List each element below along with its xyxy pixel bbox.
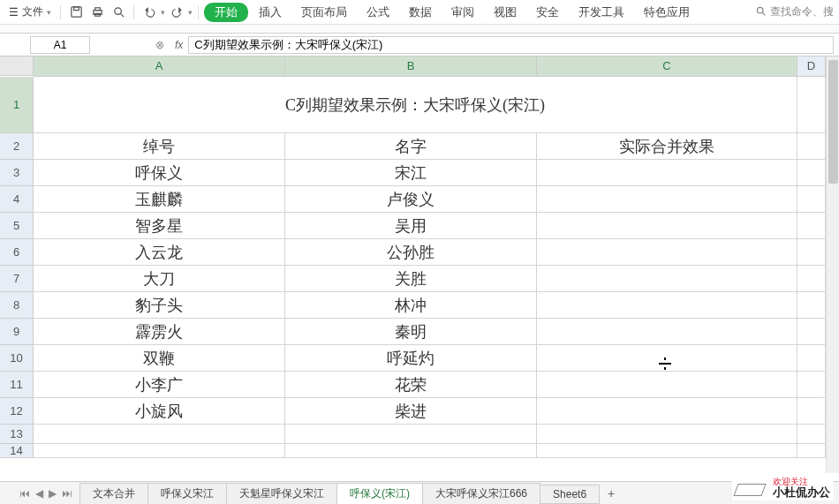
cell-d5[interactable] <box>797 213 826 239</box>
row-header-12[interactable]: 12 <box>0 398 34 425</box>
cell-c8[interactable] <box>537 292 797 319</box>
row-header-2[interactable]: 2 <box>0 133 34 160</box>
sheet-tab-0[interactable]: 文本合并 <box>79 483 148 504</box>
sheet-tab-1[interactable]: 呼保义宋江 <box>147 483 227 504</box>
sheet-nav-next-icon[interactable]: ▶ <box>47 487 58 500</box>
undo-dropdown-icon[interactable]: ▾ <box>161 8 165 17</box>
cell-b7[interactable]: 关胜 <box>285 266 537 292</box>
scrollbar-thumb[interactable] <box>828 60 838 184</box>
row-header-11[interactable]: 11 <box>0 372 34 398</box>
cell-a10[interactable]: 双鞭 <box>34 345 285 372</box>
cell-c12[interactable] <box>537 398 797 425</box>
cell-a13[interactable] <box>34 425 285 444</box>
cell-a3[interactable]: 呼保义 <box>34 160 285 186</box>
row-header-6[interactable]: 6 <box>0 239 34 266</box>
tab-data[interactable]: 数据 <box>400 4 441 20</box>
fx-icon[interactable]: fx <box>175 39 183 51</box>
tab-review[interactable]: 审阅 <box>442 4 483 20</box>
sheet-tab-2[interactable]: 天魁星呼保义宋江 <box>226 483 337 504</box>
select-all-corner[interactable] <box>0 56 34 76</box>
cell-a2[interactable]: 绰号 <box>34 133 285 160</box>
cell-a11[interactable]: 小李广 <box>34 372 285 398</box>
cell-c2[interactable]: 实际合并效果 <box>537 133 797 160</box>
sheet-nav-first-icon[interactable]: ⏮ <box>18 487 32 500</box>
tab-view[interactable]: 视图 <box>485 4 525 20</box>
cell-c7[interactable] <box>537 266 797 292</box>
tab-special[interactable]: 特色应用 <box>635 4 699 20</box>
cell-d8[interactable] <box>797 292 826 319</box>
cell-a6[interactable]: 入云龙 <box>34 239 285 266</box>
cell-b4[interactable]: 卢俊义 <box>285 186 537 213</box>
cell-d9[interactable] <box>797 319 826 345</box>
row-header-10[interactable]: 10 <box>0 345 34 372</box>
cell-a12[interactable]: 小旋风 <box>34 398 285 425</box>
row-header-5[interactable]: 5 <box>0 213 34 239</box>
sheet-nav-last-icon[interactable]: ⏭ <box>60 487 74 500</box>
cell-d3[interactable] <box>797 160 826 186</box>
cell-c9[interactable] <box>537 319 797 345</box>
cell-c11[interactable] <box>537 372 797 398</box>
cell-b5[interactable]: 吴用 <box>285 213 537 239</box>
row-header-13[interactable]: 13 <box>0 425 34 444</box>
cell-d7[interactable] <box>797 266 826 292</box>
cell-d6[interactable] <box>797 239 826 266</box>
search-box[interactable]: 查找命令、搜 <box>755 4 834 19</box>
file-menu[interactable]: ☰ 文件 ▾ <box>5 4 55 19</box>
save-icon[interactable] <box>66 3 86 22</box>
add-sheet-button[interactable]: + <box>599 486 624 500</box>
tab-home[interactable]: 开始 <box>204 3 248 22</box>
cell-a4[interactable]: 玉麒麟 <box>34 186 285 213</box>
tab-page-layout[interactable]: 页面布局 <box>292 4 356 20</box>
cell-a5[interactable]: 智多星 <box>34 213 285 239</box>
col-header-d[interactable]: D <box>797 56 826 77</box>
cell-c10[interactable] <box>537 345 797 372</box>
cell-d1[interactable] <box>797 77 826 133</box>
cell-d14[interactable] <box>797 444 826 458</box>
row-header-3[interactable]: 3 <box>0 160 34 186</box>
sheet-nav-prev-icon[interactable]: ◀ <box>34 487 45 500</box>
preview-icon[interactable] <box>109 3 128 22</box>
tab-insert[interactable]: 插入 <box>250 4 291 20</box>
cell-b10[interactable]: 呼延灼 <box>285 345 537 372</box>
formula-input[interactable] <box>188 36 834 54</box>
cell-b12[interactable]: 柴进 <box>285 398 537 425</box>
cell-b13[interactable] <box>285 425 537 444</box>
cell-d2[interactable] <box>797 133 826 160</box>
cell-c13[interactable] <box>537 425 797 444</box>
cell-a8[interactable]: 豹子头 <box>34 292 285 319</box>
cell-d4[interactable] <box>797 186 826 213</box>
sheet-tab-3[interactable]: 呼保义(宋江) <box>336 483 423 504</box>
cell-d12[interactable] <box>797 398 826 425</box>
cell-b14[interactable] <box>285 444 537 458</box>
cell-b9[interactable]: 秦明 <box>285 319 537 345</box>
cell-c6[interactable] <box>537 239 797 266</box>
row-header-4[interactable]: 4 <box>0 186 34 213</box>
redo-dropdown-icon[interactable]: ▾ <box>188 8 193 17</box>
row-header-9[interactable]: 9 <box>0 319 34 345</box>
cell-a1-merged[interactable]: C列期望效果示例：大宋呼保义(宋江) <box>34 77 797 133</box>
row-header-7[interactable]: 7 <box>0 266 34 292</box>
grid[interactable]: A B C D 1 C列期望效果示例：大宋呼保义(宋江) 2 绰号 名字 实际合… <box>0 56 839 458</box>
cell-a7[interactable]: 大刀 <box>34 266 285 292</box>
tab-security[interactable]: 安全 <box>527 4 568 20</box>
cell-b2[interactable]: 名字 <box>285 133 537 160</box>
sheet-tab-4[interactable]: 大宋呼保义宋江666 <box>422 483 540 504</box>
row-header-8[interactable]: 8 <box>0 292 34 319</box>
print-icon[interactable] <box>87 3 107 22</box>
undo-icon[interactable] <box>140 3 159 22</box>
redo-icon[interactable] <box>167 3 186 22</box>
col-header-c[interactable]: C <box>537 56 797 77</box>
cell-c3[interactable] <box>537 160 797 186</box>
cell-c5[interactable] <box>537 213 797 239</box>
tab-formulas[interactable]: 公式 <box>358 4 398 20</box>
name-box[interactable] <box>30 36 90 54</box>
cell-d13[interactable] <box>797 425 826 444</box>
cell-a9[interactable]: 霹雳火 <box>34 319 285 345</box>
cell-b8[interactable]: 林冲 <box>285 292 537 319</box>
cancel-icon[interactable]: ⊗ <box>155 39 164 51</box>
sheet-tab-5[interactable]: Sheet6 <box>540 485 600 504</box>
cell-b6[interactable]: 公孙胜 <box>285 239 537 266</box>
col-header-b[interactable]: B <box>285 56 537 77</box>
cell-b11[interactable]: 花荣 <box>285 372 537 398</box>
row-header-14[interactable]: 14 <box>0 444 34 458</box>
